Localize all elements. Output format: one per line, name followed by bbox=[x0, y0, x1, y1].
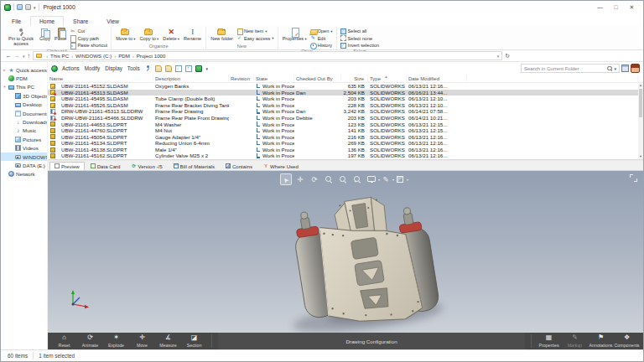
ribbon-tab-share[interactable]: Share bbox=[64, 16, 97, 26]
address-input[interactable]: ›This PC›WINDOWS (C:)›PDM›Project 1000 ▾ bbox=[33, 51, 502, 60]
sidebar-item-videos[interactable]: Videos bbox=[1, 144, 47, 153]
forward-button[interactable]: → bbox=[14, 51, 21, 61]
sidebar-item-windows-c[interactable]: WINDOWS (C:) bbox=[1, 153, 47, 161]
paste-shortcut-button[interactable]: Paste shortcut bbox=[70, 43, 107, 49]
vault-view-icon[interactable] bbox=[195, 65, 202, 72]
pin-to-quick-access-button[interactable]: Pin to Quick access bbox=[6, 27, 36, 47]
column-header-description[interactable]: Description bbox=[153, 75, 229, 83]
viewer-panel-toggle-annotations[interactable]: Annotations bbox=[588, 333, 614, 349]
column-header-name[interactable]: Name bbox=[48, 75, 153, 83]
pdm-report-icon[interactable] bbox=[621, 65, 629, 72]
viewer-bottom-tool-move[interactable]: Move bbox=[129, 333, 155, 349]
select-all-button[interactable]: Select all bbox=[340, 28, 380, 34]
file-list-scrollbar[interactable]: ▲ ▼ bbox=[638, 83, 643, 159]
file-row-prt[interactable]: UBW-21161-44760.SLDPRT M4 Nut Work in Pr… bbox=[48, 127, 638, 134]
file-row-prt[interactable]: UBW-21161-45134.SLDPRT Reducing Union 6-… bbox=[48, 140, 638, 147]
delete-button[interactable]: Delete bbox=[162, 27, 180, 42]
search-input[interactable]: Search in Current Folder ▾ bbox=[521, 64, 620, 73]
ribbon-tab-home[interactable]: Home bbox=[30, 16, 64, 26]
viewer-panel-toggle-markup[interactable]: Markup bbox=[562, 333, 588, 349]
refresh-button[interactable]: ↻ bbox=[505, 53, 510, 59]
breadcrumb-item-this-pc[interactable]: ›This PC bbox=[44, 53, 69, 59]
easy-access-button[interactable]: Easy access bbox=[236, 35, 274, 41]
pdm-menu-modify[interactable]: Modify bbox=[82, 65, 103, 71]
scroll-down-arrow-icon[interactable]: ▼ bbox=[638, 154, 643, 159]
new-item-button[interactable]: New item bbox=[236, 28, 274, 34]
viewer-bottom-tool-animate[interactable]: Animate bbox=[77, 333, 103, 349]
sidebar-item-pdm[interactable]: PDM bbox=[1, 74, 47, 82]
viewer-bottom-tool-section[interactable]: Section bbox=[181, 333, 207, 349]
properties-button[interactable]: Properties bbox=[282, 27, 308, 42]
history-button[interactable]: History bbox=[310, 43, 333, 49]
ribbon-tab-file[interactable]: File bbox=[3, 16, 30, 26]
preview-tab-data-card[interactable]: Data Card bbox=[86, 162, 126, 171]
copy-path-button[interactable]: Copy path bbox=[70, 35, 107, 41]
viewer-tool-button-view-orientation-tool-icon[interactable]: ▾ bbox=[394, 173, 406, 185]
back-button[interactable]: ← bbox=[5, 51, 12, 61]
breadcrumb-item-pdm[interactable]: ›PDM bbox=[112, 53, 130, 59]
column-header-checked-out-by[interactable]: Checked Out By bbox=[294, 75, 341, 83]
rename-button[interactable]: Rename bbox=[183, 27, 202, 42]
viewer-bottom-tool-reset[interactable]: Reset bbox=[51, 333, 77, 349]
cut-button[interactable]: Cut bbox=[70, 28, 107, 34]
pdm-pin-icon[interactable] bbox=[145, 65, 152, 72]
file-row-prt[interactable]: UBW-21161-45054.SLDPRT Gauge Adapter 1/4… bbox=[48, 134, 638, 141]
file-row-prt[interactable]: UBW-21161-45162.SLDPRT Cylinder Valve M2… bbox=[48, 153, 638, 159]
column-header-type[interactable]: Type bbox=[368, 75, 407, 83]
edit-button[interactable]: Edit bbox=[310, 35, 333, 41]
get-latest-version-icon[interactable] bbox=[175, 65, 182, 72]
check-in-icon[interactable] bbox=[185, 65, 192, 72]
copy-to-button[interactable]: Copy to bbox=[139, 27, 160, 42]
invert-selection-button[interactable]: Invert selection bbox=[340, 43, 380, 49]
maximize-button[interactable]: □ bbox=[608, 2, 624, 13]
quick-toolbar-folder-icon[interactable] bbox=[25, 4, 31, 10]
file-row-drw[interactable]: DRW-UBW-21161-45466.SLDDRW Frame Rear Pl… bbox=[48, 115, 638, 122]
viewer-tool-button-zoom-area-tool-icon[interactable]: - bbox=[337, 173, 349, 185]
open-button[interactable]: Open bbox=[310, 28, 333, 34]
file-row-prt[interactable]: UBW-21161-44653.SLDPRT M4 Washer Work in… bbox=[48, 121, 638, 127]
column-header-revision[interactable]: Revision bbox=[229, 75, 254, 83]
breadcrumb-item-windows-c[interactable]: ›WINDOWS (C:) bbox=[69, 53, 112, 59]
search-options-caret-icon[interactable]: ▾ bbox=[614, 66, 616, 71]
up-button[interactable]: ↑ bbox=[28, 51, 31, 61]
quick-toolbar-properties-icon[interactable] bbox=[17, 4, 23, 10]
sidebar-item-this-pc[interactable]: ▾ This PC bbox=[1, 83, 47, 91]
preview-tab-version-5[interactable]: Version -/5 bbox=[126, 162, 167, 171]
column-header-size[interactable]: Size bbox=[341, 75, 368, 83]
pdm-menu-tools[interactable]: Tools bbox=[125, 65, 143, 71]
sidebar-item-desktop[interactable]: Desktop bbox=[1, 101, 47, 109]
undo-check-out-icon[interactable] bbox=[165, 65, 172, 72]
viewer-tool-button-zoom-tool-icon[interactable]: + bbox=[351, 173, 363, 185]
viewer-tool-button-display-mode-tool-icon[interactable]: ▾ bbox=[366, 173, 377, 185]
pdm-toolbar-overflow-caret-icon[interactable]: ▾ bbox=[205, 66, 210, 71]
viewer-tool-button-markup-tool-icon[interactable]: ▾ bbox=[380, 173, 392, 185]
sidebar-item-3d-objects[interactable]: 3D Objects bbox=[1, 91, 47, 100]
breadcrumb-item-project-1000[interactable]: ›Project 1000 bbox=[130, 53, 166, 59]
search-icon[interactable] bbox=[607, 66, 612, 71]
minimize-button[interactable]: — bbox=[592, 2, 608, 13]
3d-preview-viewport[interactable]: - + ▾ ▾ bbox=[48, 171, 643, 333]
move-to-button[interactable]: Move to bbox=[115, 27, 136, 42]
scrollbar-thumb[interactable] bbox=[639, 89, 642, 117]
quick-toolbar-customize-caret-icon[interactable]: ▾ bbox=[34, 5, 36, 10]
pdm-menu-display[interactable]: Display bbox=[102, 65, 125, 71]
configuration-selector[interactable]: Drawing Configuration bbox=[218, 333, 525, 349]
file-row-prt[interactable]: UBW-21161-45138.SLDPRT Male 1/4" Work in… bbox=[48, 147, 638, 153]
sidebar-item-quick-access[interactable]: ▸ Quick access bbox=[1, 65, 47, 74]
viewer-tool-button-pan-tool-icon[interactable] bbox=[294, 173, 306, 185]
sidebar-item-network[interactable]: Network bbox=[1, 170, 47, 178]
scroll-up-arrow-icon[interactable]: ▲ bbox=[638, 83, 643, 88]
viewer-bottom-tool-measure[interactable]: Measure bbox=[155, 333, 181, 349]
sidebar-item-documents[interactable]: Documents bbox=[1, 109, 47, 117]
viewer-panel-toggle-components[interactable]: Components bbox=[614, 333, 640, 349]
column-header-date-modified[interactable]: Date Modified bbox=[407, 75, 467, 83]
pdm-menu-actions[interactable]: Actions bbox=[60, 65, 82, 71]
close-button[interactable]: ✕ bbox=[624, 2, 640, 13]
recent-locations-caret-icon[interactable]: ▾ bbox=[23, 51, 25, 61]
sidebar-item-music[interactable]: Music bbox=[1, 127, 47, 135]
ribbon-tab-view[interactable]: View bbox=[97, 16, 128, 26]
column-header-state[interactable]: State bbox=[254, 75, 294, 83]
check-out-icon[interactable] bbox=[155, 65, 162, 72]
file-row-asm[interactable]: UBW-21161-45152.SLDASM Oxygen Banks Work… bbox=[48, 83, 638, 90]
file-row-asm[interactable]: UBW-21161-45313.SLDASM Work in Process D… bbox=[48, 90, 638, 96]
